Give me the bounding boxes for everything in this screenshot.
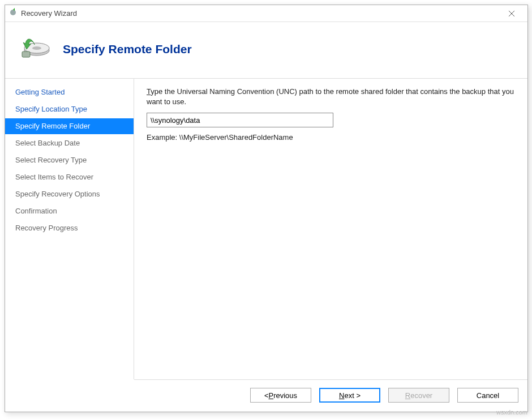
titlebar-title: Recovery Wizard <box>21 9 77 18</box>
wizard-body: Getting Started Specify Location Type Sp… <box>5 79 527 379</box>
app-icon <box>8 8 18 19</box>
next-rest: ext > <box>344 391 361 400</box>
unc-path-input[interactable] <box>147 113 333 127</box>
previous-accesskey: P <box>269 391 274 400</box>
main-panel: Type the Universal Naming Convention (UN… <box>134 79 527 379</box>
sidebar-step-getting-started[interactable]: Getting Started <box>5 84 134 100</box>
wizard-window: Recovery Wizard Specify Remote Folder Ge… <box>5 5 528 412</box>
sidebar-step-confirmation: Confirmation <box>5 203 134 219</box>
sidebar-step-specify-location-type[interactable]: Specify Location Type <box>5 101 134 117</box>
close-button[interactable] <box>500 6 523 21</box>
previous-prefix: < <box>264 391 269 400</box>
close-icon <box>509 11 514 16</box>
titlebar: Recovery Wizard <box>5 5 527 22</box>
sidebar-step-select-backup-date: Select Backup Date <box>5 135 134 151</box>
previous-rest: revious <box>273 391 297 400</box>
spacer <box>147 142 515 379</box>
instructions-body: ype the Universal Naming Convention (UNC… <box>147 87 514 106</box>
previous-button[interactable]: < Previous <box>250 388 311 403</box>
recover-rest: ecover <box>410 391 432 400</box>
svg-rect-6 <box>22 52 30 57</box>
svg-point-0 <box>10 10 16 15</box>
page-title: Specify Remote Folder <box>63 42 192 56</box>
wizard-footer: < Previous Next > Recover Cancel <box>134 379 527 412</box>
svg-point-5 <box>32 46 41 50</box>
cancel-button[interactable]: Cancel <box>457 388 518 403</box>
recover-accesskey: R <box>405 391 410 400</box>
sidebar-step-select-recovery-type: Select Recovery Type <box>5 152 134 168</box>
recover-button: Recover <box>388 388 449 403</box>
sidebar-step-specify-remote-folder[interactable]: Specify Remote Folder <box>5 118 134 134</box>
example-text: Example: \\MyFileServer\SharedFolderName <box>147 133 515 142</box>
sidebar-step-recovery-progress: Recovery Progress <box>5 220 134 236</box>
sidebar: Getting Started Specify Location Type Sp… <box>5 79 134 379</box>
wizard-header: Specify Remote Folder <box>5 22 527 79</box>
next-button[interactable]: Next > <box>319 388 380 403</box>
watermark: wsxdn.com <box>496 409 527 416</box>
next-accesskey: N <box>339 391 344 400</box>
recovery-icon <box>18 35 50 63</box>
titlebar-left: Recovery Wizard <box>8 8 77 19</box>
instructions-text: Type the Universal Naming Convention (UN… <box>147 87 515 107</box>
sidebar-step-specify-recovery-options: Specify Recovery Options <box>5 186 134 202</box>
sidebar-step-select-items-to-recover: Select Items to Recover <box>5 169 134 185</box>
